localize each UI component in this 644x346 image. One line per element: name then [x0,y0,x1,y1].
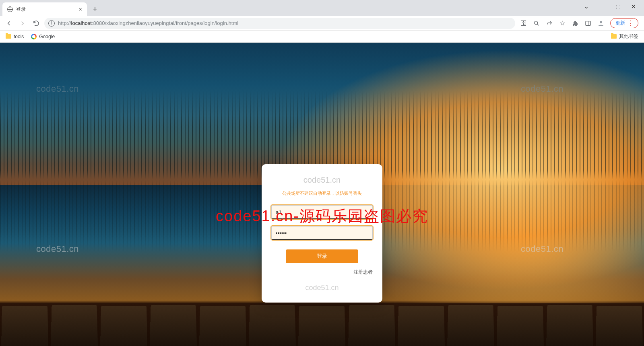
site-info-icon[interactable]: i [48,20,55,27]
window-close-icon[interactable]: ✕ [631,3,636,10]
profile-icon[interactable] [597,20,605,27]
address-bar[interactable]: i http://localhost:8080/xiaoxingzhenliao… [44,18,515,29]
bookmarks-bar: tools Google 其他书签 [0,31,644,43]
folder-icon [611,34,617,39]
back-button[interactable] [3,18,14,29]
url-text: http://localhost:8080/xiaoxingzhenliaoyu… [58,20,238,26]
folder-icon [6,34,11,39]
background-image [0,302,644,346]
svg-point-0 [535,21,538,24]
bookmark-star-icon[interactable]: ☆ [559,20,566,27]
close-tab-icon[interactable]: × [79,6,82,12]
zoom-icon[interactable] [533,20,540,27]
globe-icon [7,6,13,12]
side-panel-icon[interactable] [584,20,592,27]
new-tab-button[interactable]: + [89,4,101,15]
watermark: code51.cn [271,175,373,185]
window-maximize-icon[interactable]: ▢ [615,3,621,10]
tab-strip: 登录 × + [0,0,644,16]
password-key-icon[interactable]: ⚿ [520,20,527,27]
svg-rect-1 [586,21,590,25]
google-icon [31,34,37,39]
browser-tab[interactable]: 登录 × [2,2,87,16]
share-icon[interactable] [546,20,553,27]
login-hint: 公共场所不建议自动登录，以防账号丢失 [271,190,373,196]
window-caret-icon[interactable]: ⌄ [584,3,589,10]
menu-dots-icon: ⋮ [627,20,634,27]
reload-button[interactable] [31,18,42,29]
register-link[interactable]: 注册患者 [271,269,373,276]
login-button[interactable]: 登录 [286,249,358,263]
bookmark-tools[interactable]: tools [6,34,24,39]
address-bar-row: i http://localhost:8080/xiaoxingzhenliao… [0,16,644,31]
update-button[interactable]: 更新⋮ [610,18,638,28]
login-card: code51.cn 公共场所不建议自动登录，以防账号丢失 登录 注册患者 cod… [262,164,382,303]
bookmark-google[interactable]: Google [31,34,55,39]
window-minimize-icon[interactable]: — [599,3,605,10]
username-input[interactable] [271,205,373,219]
password-input[interactable] [271,226,373,240]
svg-point-2 [600,21,602,23]
page-content: code51.cn code51.cn code51.cn code51.cn … [0,43,644,346]
forward-button[interactable] [17,18,28,29]
extensions-icon[interactable] [572,20,579,27]
watermark: code51.cn [271,284,373,292]
bookmark-other[interactable]: 其他书签 [611,33,638,40]
tab-title: 登录 [16,6,26,13]
